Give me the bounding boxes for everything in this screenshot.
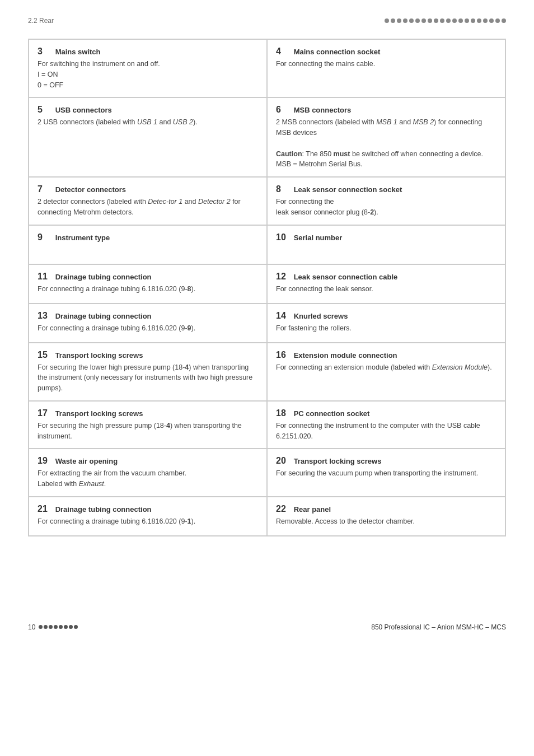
item-18-title: PC connection socket — [294, 409, 370, 418]
item-6-desc: 2 MSB connectors (labeled with MSB 1 and… — [276, 117, 496, 170]
page: 2.2 Rear 3 Mains switch For switching th… — [0, 0, 534, 756]
item-12: 12 Leak sensor connection cable For conn… — [267, 264, 505, 304]
item-13: 13 Drainage tubing connection For connec… — [29, 304, 267, 343]
item-12-number: 12 — [276, 272, 292, 282]
item-14: 14 Knurled screws For fastening the roll… — [267, 304, 505, 343]
item-4-number: 4 — [276, 46, 292, 57]
item-15-desc: For securing the lower high pressure pum… — [38, 362, 258, 394]
item-13-number: 13 — [38, 311, 53, 321]
item-3-number: 3 — [38, 46, 53, 57]
item-17: 17 Transport locking screws For securing… — [29, 401, 267, 449]
item-5-title: USB connectors — [55, 106, 112, 114]
footer-left: 10 — [28, 623, 78, 631]
item-8-number: 8 — [276, 184, 292, 194]
item-21: 21 Drainage tubing connection For connec… — [29, 497, 267, 536]
item-22-number: 22 — [276, 504, 292, 514]
item-8-title: Leak sensor connection socket — [294, 185, 402, 194]
item-19-desc: For extracting the air from the vacuum c… — [38, 468, 258, 489]
item-13-desc: For connecting a drainage tubing 6.1816.… — [38, 323, 258, 334]
item-19-title: Waste air opening — [55, 457, 118, 465]
footer-dots — [39, 625, 78, 629]
header-decoration — [385, 18, 506, 23]
item-13-title: Drainage tubing connection — [55, 312, 152, 320]
item-21-desc: For connecting a drainage tubing 6.1816.… — [38, 516, 258, 527]
item-6: 6 MSB connectors 2 MSB connectors (label… — [267, 97, 505, 177]
item-7-title: Detector connectors — [55, 185, 126, 194]
item-20: 20 Transport locking screws For securing… — [267, 449, 505, 497]
item-4: 4 Mains connection socket For connecting… — [267, 39, 505, 97]
item-7-desc: 2 detector connectors (labeled with Dete… — [38, 197, 258, 218]
item-17-number: 17 — [38, 408, 53, 418]
item-7-number: 7 — [38, 184, 53, 194]
item-14-title: Knurled screws — [294, 312, 348, 320]
item-16-desc: For connecting an extension module (labe… — [276, 362, 496, 373]
item-22-desc: Removable. Access to the detector chambe… — [276, 516, 496, 527]
item-16-number: 16 — [276, 350, 292, 360]
item-9-title: Instrument type — [55, 234, 110, 242]
item-17-desc: For securing the high pressure pump (18-… — [38, 421, 258, 442]
item-11: 11 Drainage tubing connection For connec… — [29, 264, 267, 304]
item-19-number: 19 — [38, 456, 53, 466]
item-15: 15 Transport locking screws For securing… — [29, 343, 267, 401]
item-18-number: 18 — [276, 408, 292, 418]
item-8-desc: For connecting the leak sensor connector… — [276, 197, 496, 218]
item-10: 10 Serial number — [267, 225, 505, 264]
item-7: 7 Detector connectors 2 detector connect… — [29, 177, 267, 225]
item-6-title: MSB connectors — [294, 106, 352, 114]
item-20-number: 20 — [276, 456, 292, 466]
item-5: 5 USB connectors 2 USB connectors (label… — [29, 97, 267, 177]
item-10-number: 10 — [276, 232, 292, 242]
item-11-desc: For connecting a drainage tubing 6.1816.… — [38, 284, 258, 295]
item-19: 19 Waste air opening For extracting the … — [29, 449, 267, 497]
footer-page-number: 10 — [28, 623, 35, 631]
item-8: 8 Leak sensor connection socket For conn… — [267, 177, 505, 225]
item-3: 3 Mains switch For switching the instrum… — [29, 39, 267, 97]
item-20-desc: For securing the vacuum pump when transp… — [276, 468, 496, 479]
item-20-title: Transport locking screws — [294, 457, 382, 465]
item-14-number: 14 — [276, 311, 292, 321]
item-15-number: 15 — [38, 350, 53, 360]
item-16-title: Extension module connection — [294, 351, 397, 360]
item-18: 18 PC connection socket For connecting t… — [267, 401, 505, 449]
item-16: 16 Extension module connection For conne… — [267, 343, 505, 401]
item-22: 22 Rear panel Removable. Access to the d… — [267, 497, 505, 536]
item-11-number: 11 — [38, 272, 53, 282]
item-5-number: 5 — [38, 105, 53, 115]
content-grid: 3 Mains switch For switching the instrum… — [28, 39, 506, 536]
item-4-title: Mains connection socket — [294, 48, 381, 56]
page-footer: 10 850 Professional IC – Anion MSM-HC – … — [28, 620, 506, 631]
item-9-number: 9 — [38, 232, 53, 242]
item-6-number: 6 — [276, 105, 292, 115]
item-21-title: Drainage tubing connection — [55, 505, 152, 514]
item-22-title: Rear panel — [294, 505, 331, 514]
item-11-title: Drainage tubing connection — [55, 273, 152, 281]
item-18-desc: For connecting the instrument to the com… — [276, 421, 496, 442]
item-12-desc: For connecting the leak sensor. — [276, 284, 496, 295]
item-12-title: Leak sensor connection cable — [294, 273, 398, 281]
item-14-desc: For fastening the rollers. — [276, 323, 496, 334]
item-5-desc: 2 USB connectors (labeled with USB 1 and… — [38, 117, 258, 128]
section-label: 2.2 Rear — [28, 17, 54, 25]
item-10-title: Serial number — [294, 234, 343, 242]
item-3-title: Mains switch — [55, 48, 101, 56]
item-15-title: Transport locking screws — [55, 351, 143, 360]
item-4-desc: For connecting the mains cable. — [276, 59, 496, 69]
item-3-desc: For switching the instrument on and off.… — [38, 59, 258, 90]
footer-product: 850 Professional IC – Anion MSM-HC – MCS — [371, 623, 506, 631]
page-header: 2.2 Rear — [28, 17, 506, 27]
item-17-title: Transport locking screws — [55, 409, 143, 418]
item-9: 9 Instrument type — [29, 225, 267, 264]
item-21-number: 21 — [38, 504, 53, 514]
